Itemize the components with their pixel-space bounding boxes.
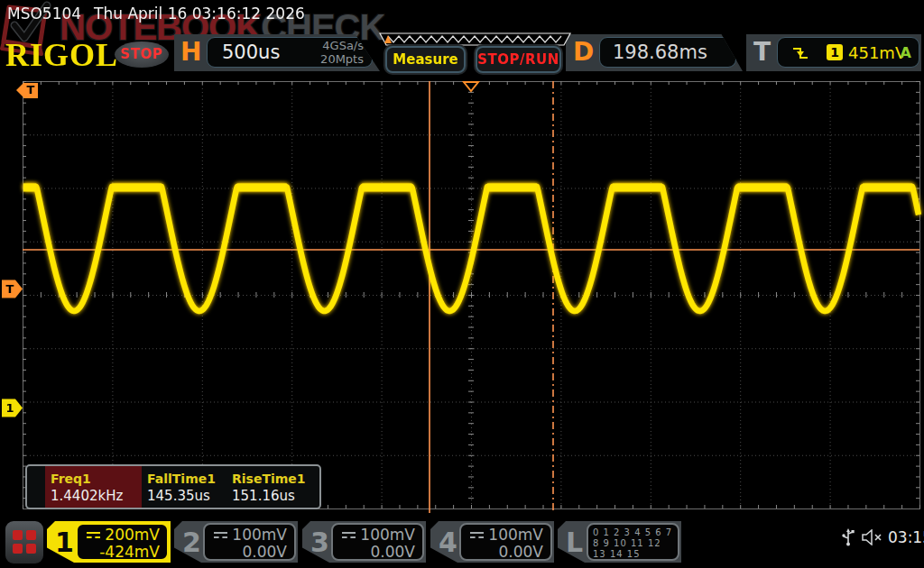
measurement-falltime1[interactable]: FallTime1 145.35us <box>142 466 226 508</box>
measurement-label: Freq1 <box>51 470 142 488</box>
channel-scale: 200mV <box>105 526 160 544</box>
dc-coupling-icon <box>342 532 356 540</box>
stop-run-button[interactable]: STOP/RUN <box>476 46 561 73</box>
oscilloscope-screen: MSO5104Thu April 16 03:16:12 2026 RIGOL … <box>0 0 924 568</box>
channel-offset: 0.00V <box>461 544 543 561</box>
rigol-logo: RIGOL <box>5 36 118 74</box>
t-label: T <box>753 37 771 67</box>
digital-label: L <box>566 527 583 558</box>
digital-row1: 0 1 2 3 4 5 6 7 <box>593 527 678 538</box>
channel-scale: 100mV <box>232 526 287 544</box>
datetime-text: Thu April 16 03:16:12 2026 <box>94 5 305 23</box>
measurement-risetime1[interactable]: RiseTime1 151.16us <box>226 466 316 508</box>
measurement-label: FallTime1 <box>147 470 226 488</box>
sample-rate: 4GSa/s <box>322 39 364 52</box>
channel-offset: -424mV <box>78 544 160 561</box>
channel-2-tab[interactable]: 2 100mV 0.00V <box>174 521 298 563</box>
delay-panel[interactable]: D 198.68ms <box>566 34 743 71</box>
measurement-value: 1.4402kHz <box>51 488 142 505</box>
timebase-value[interactable]: 500us <box>222 41 280 63</box>
trigger-mode: A <box>901 44 911 61</box>
digital-channels-tab[interactable]: L 0 1 2 3 4 5 6 7 8 9 10 11 12 13 14 15 <box>558 521 681 563</box>
quick-menu-button[interactable] <box>5 521 43 563</box>
channel-3-tab[interactable]: 3 100mV 0.00V <box>302 521 426 563</box>
trigger-source-badge: 1 <box>827 44 843 60</box>
channel-number: 4 <box>439 527 457 558</box>
grid-menu-icon <box>13 530 36 554</box>
falling-edge-icon <box>790 44 810 62</box>
channel-1-tab[interactable]: 1 200mV -424mV <box>47 521 171 563</box>
channel-scale: 100mV <box>488 526 543 544</box>
dc-coupling-icon <box>470 532 484 540</box>
clock-text: 03:15 <box>888 528 924 546</box>
dc-coupling-icon <box>214 532 227 540</box>
measure-button[interactable]: Measure <box>385 46 466 73</box>
channel-number: 1 <box>55 527 74 558</box>
dc-coupling-icon <box>87 532 100 540</box>
h-label: H <box>180 37 201 67</box>
channel-scale: 100mV <box>360 526 415 544</box>
speaker-muted-icon[interactable] <box>861 529 884 545</box>
channel-offset: 0.00V <box>205 544 287 561</box>
measurement-value: 151.16us <box>232 488 316 505</box>
channel-number: 3 <box>310 527 329 558</box>
delay-value[interactable]: 198.68ms <box>613 41 707 63</box>
status-bar: MSO5104Thu April 16 03:16:12 2026 <box>0 0 924 27</box>
measurement-freq1[interactable]: Freq1 1.4402kHz <box>45 466 142 508</box>
memory-position-bar[interactable] <box>379 32 572 47</box>
usb-icon <box>841 528 855 546</box>
channel-bar: 1 200mV -424mV 2 100mV 0.00V 3 100mV 0.0… <box>0 518 924 568</box>
digital-row2: 8 9 10 11 12 13 14 15 <box>593 538 678 560</box>
measurement-panel-edge <box>27 466 45 508</box>
channel-number: 2 <box>182 527 201 558</box>
model-name: MSO5104 <box>7 5 81 23</box>
trigger-level-value[interactable]: 451mV <box>848 43 906 62</box>
run-state-badge[interactable]: STOP <box>115 41 169 68</box>
memory-depth: 20Mpts <box>320 52 364 66</box>
measurement-value: 145.35us <box>147 488 226 505</box>
d-label: D <box>573 37 594 67</box>
trigger-panel[interactable]: T 1 451mV A <box>746 34 921 71</box>
measurement-panel: Freq1 1.4402kHz FallTime1 145.35us RiseT… <box>25 464 321 509</box>
channel-offset: 0.00V <box>333 544 415 561</box>
channel-4-tab[interactable]: 4 100mV 0.00V <box>430 521 554 563</box>
horizontal-panel[interactable]: H 500us 4GSa/s 20Mpts <box>174 34 380 71</box>
measurement-label: RiseTime1 <box>232 470 316 488</box>
